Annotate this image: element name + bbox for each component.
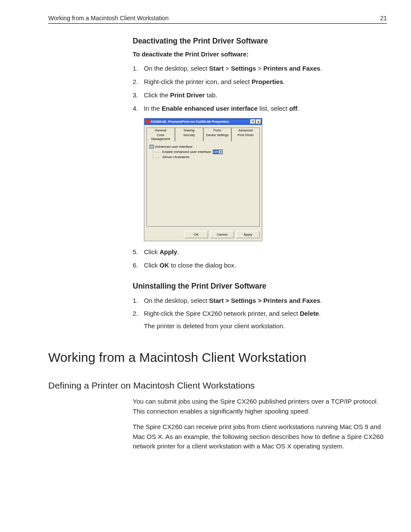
dialog-window: CX260-06_ProcessPrint on Cx260-06 Proper… — [144, 118, 262, 241]
step-number: 4. — [133, 104, 144, 114]
chevron-down-icon[interactable]: ▾ — [218, 150, 222, 154]
step-number: 6. — [133, 261, 144, 271]
section-heading-deactivating: Deactivating the Print Driver Software — [133, 37, 387, 46]
procedure-lead: To deactivate the Print Driver software: — [133, 51, 387, 58]
step-number: 1. — [133, 64, 144, 74]
step-result: The printer is deleted from your client … — [144, 321, 387, 331]
paragraph-1: You can submit jobs using the Spire CX26… — [133, 397, 387, 416]
step-number: 2. — [133, 77, 144, 87]
app-icon — [146, 120, 149, 124]
tree-row-hostname[interactable]: ┆---- Server Hostname: — [149, 155, 257, 159]
heading-2: Defining a Printer on Macintosh Client W… — [48, 380, 387, 391]
steps-list-1: 1. On the desktop, select Start > Settin… — [133, 64, 387, 114]
tab-general[interactable]: General — [146, 128, 175, 133]
tree-enable-label: Enable enhanced user interface: — [162, 150, 212, 154]
step-text: Click the Print Driver tab. — [144, 90, 387, 100]
step-u1: 1. On the desktop, select Start > Settin… — [133, 296, 387, 306]
steps-list-1b: 5. Click Apply. 6. Click OK to close the… — [133, 247, 387, 271]
steps-list-2: 1. On the desktop, select Start > Settin… — [133, 296, 387, 332]
tab-sharing[interactable]: Sharing — [175, 128, 203, 133]
tab-row-bottom: Color Management Security Device Setting… — [146, 133, 260, 141]
step-4: 4. In the Enable enhanced user interface… — [133, 104, 387, 114]
page-header: Working from a Macintosh Client Workstat… — [48, 15, 387, 24]
step-number: 5. — [133, 247, 144, 257]
step-6: 6. Click OK to close the dialog box. — [133, 261, 387, 271]
step-2: 2. Right-click the printer icon, and sel… — [133, 77, 387, 87]
step-number: 3. — [133, 90, 144, 100]
tab-color-management[interactable]: Color Management — [146, 133, 175, 141]
heading-1: Working from a Macintosh Client Workstat… — [48, 350, 387, 365]
apply-button[interactable]: Apply — [236, 231, 260, 238]
step-number: 2. — [133, 309, 144, 331]
step-text: Right-click the Spire CX260 network prin… — [144, 309, 387, 331]
tab-panel: Enhanced user interface ┆---- Enable enh… — [146, 141, 260, 227]
tree-root-node[interactable]: Enhanced user interface — [149, 145, 257, 149]
section-heading-uninstalling: Uninstalling the Print Driver Software — [133, 282, 387, 291]
dialog-button-row: OK Cancel Apply — [144, 229, 262, 241]
help-button[interactable]: ? — [250, 119, 255, 124]
step-text: In the Enable enhanced user interface li… — [144, 104, 387, 114]
dialog-body: General Sharing Ports Advanced Color Man… — [144, 125, 262, 229]
tab-row-top: General Sharing Ports Advanced — [146, 128, 260, 133]
tab-print-driver[interactable]: Print Driver — [231, 133, 260, 141]
step-u2: 2. Right-click the Spire CX260 network p… — [133, 309, 387, 331]
tree-hostname-label: Server Hostname: — [162, 155, 190, 159]
tab-device-settings[interactable]: Device Settings — [203, 133, 232, 141]
tree-row-enable[interactable]: ┆---- Enable enhanced user interface: Of… — [149, 149, 257, 154]
paragraph-2: The Spire CX260 can receive print jobs f… — [133, 422, 387, 451]
tree-branch-icon: ┆---- — [152, 150, 161, 154]
tree-view: Enhanced user interface ┆---- Enable enh… — [149, 145, 257, 159]
enable-dropdown-value: Off — [213, 150, 218, 154]
ok-button[interactable]: OK — [184, 231, 208, 238]
close-button[interactable]: x — [256, 119, 261, 124]
tab-advanced[interactable]: Advanced — [231, 128, 260, 133]
step-1: 1. On the desktop, select Start > Settin… — [133, 64, 387, 74]
step-3: 3. Click the Print Driver tab. — [133, 90, 387, 100]
step-text: Click OK to close the dialog box. — [144, 261, 387, 271]
enable-dropdown[interactable]: Off ▾ — [213, 149, 223, 154]
tab-ports[interactable]: Ports — [203, 128, 232, 133]
step-text: On the desktop, select Start > Settings … — [144, 296, 387, 306]
dialog-title: CX260-06_ProcessPrint on Cx260-06 Proper… — [151, 120, 250, 124]
tree-root-label: Enhanced user interface — [155, 145, 193, 149]
step-number: 1. — [133, 296, 144, 306]
step-text: Click Apply. — [144, 247, 387, 257]
tree-icon — [149, 145, 154, 149]
step-5: 5. Click Apply. — [133, 247, 387, 257]
cancel-button[interactable]: Cancel — [210, 231, 234, 238]
step-text: On the desktop, select Start > Settings … — [144, 64, 387, 74]
page-number: 21 — [380, 15, 387, 22]
running-title: Working from a Macintosh Client Workstat… — [48, 15, 169, 22]
tab-security[interactable]: Security — [175, 133, 203, 141]
dialog-titlebar: CX260-06_ProcessPrint on Cx260-06 Proper… — [144, 118, 262, 125]
tree-branch-icon: ┆---- — [152, 155, 161, 159]
step-text: Right-click the printer icon, and select… — [144, 77, 387, 87]
properties-dialog-screenshot: CX260-06_ProcessPrint on Cx260-06 Proper… — [144, 118, 387, 241]
